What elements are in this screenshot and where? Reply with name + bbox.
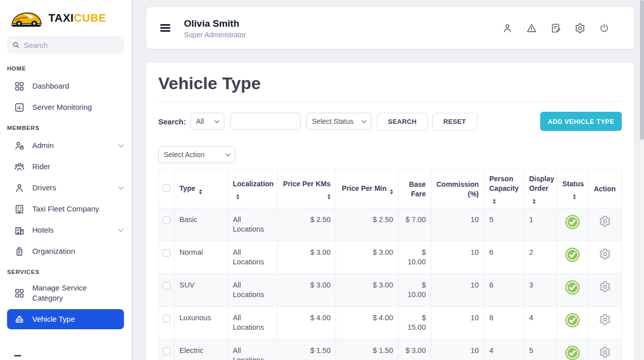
sidebar-item-organization[interactable]: Organization bbox=[0, 241, 131, 262]
cell-price-per-min: $ 1.50 bbox=[336, 339, 399, 360]
brand-logo[interactable]: TAXICUBE bbox=[0, 0, 131, 35]
cell-person-capacity: 5 bbox=[484, 208, 524, 241]
column-header-price-per-kms[interactable]: Price Per KMs bbox=[278, 170, 336, 208]
cell-person-capacity: 6 bbox=[484, 241, 524, 274]
title-divider bbox=[158, 101, 622, 102]
sidebar-search-input[interactable] bbox=[24, 41, 119, 49]
table-row: SUV All Locations $ 3.00 $ 3.00 $ 10.00 … bbox=[159, 274, 622, 307]
cell-type: SUV bbox=[174, 274, 228, 307]
status-active-check-icon[interactable] bbox=[565, 313, 580, 328]
column-header-type[interactable]: Type bbox=[174, 170, 228, 208]
sidebar-item-manage-service-category[interactable]: Manage Service Category bbox=[0, 279, 131, 307]
row-checkbox[interactable] bbox=[163, 347, 170, 355]
row-checkbox[interactable] bbox=[163, 315, 170, 322]
column-header-person-capacity[interactable]: Person Capacity bbox=[484, 170, 524, 208]
organization-building-icon bbox=[14, 246, 25, 257]
sidebar-search[interactable] bbox=[7, 36, 124, 53]
select-all-checkbox[interactable] bbox=[163, 184, 170, 192]
page-scrollbar[interactable] bbox=[640, 0, 644, 360]
column-header-display-order[interactable]: Display Order bbox=[524, 170, 557, 208]
scrollbar-thumb[interactable] bbox=[640, 0, 644, 140]
cell-action bbox=[588, 274, 622, 307]
cell-status bbox=[557, 274, 588, 307]
taxi-icon bbox=[14, 314, 25, 325]
section-label-members: MEMBERS bbox=[0, 118, 131, 135]
hotel-building-icon bbox=[14, 225, 25, 236]
section-label-services: SERVICES bbox=[0, 262, 131, 279]
search-keyword-input[interactable] bbox=[230, 113, 301, 130]
partial-next-item-icon bbox=[14, 355, 21, 356]
cell-localization: All Locations bbox=[228, 274, 278, 307]
filter-by-select[interactable]: All bbox=[190, 113, 224, 130]
cell-base-fare: $ 15.00 bbox=[399, 307, 431, 339]
column-header-status[interactable]: Status bbox=[557, 170, 588, 208]
sidebar-item-dashboard[interactable]: Dashboard bbox=[0, 76, 131, 97]
cell-action bbox=[588, 339, 622, 360]
cell-display-order: 5 bbox=[524, 339, 557, 360]
settings-gear-icon[interactable] bbox=[574, 23, 586, 34]
status-active-check-icon[interactable] bbox=[565, 214, 580, 230]
search-button[interactable]: SEARCH bbox=[377, 113, 428, 130]
cell-price-per-kms: $ 2.50 bbox=[278, 208, 336, 241]
column-header-commission: Commission (%) bbox=[431, 170, 484, 208]
user-name: Olivia Smith bbox=[184, 18, 246, 30]
chevron-down-icon bbox=[118, 184, 123, 189]
top-header: Olivia Smith Super Administrator bbox=[146, 7, 634, 49]
status-filter-select[interactable]: Select Status bbox=[306, 113, 371, 130]
row-settings-gear-icon[interactable] bbox=[599, 313, 611, 326]
table-row: Luxurious All Locations $ 4.00 $ 4.00 $ … bbox=[159, 307, 622, 339]
sidebar-item-server-monitoring[interactable]: Server Monitoring bbox=[0, 97, 131, 118]
sidebar-item-rider[interactable]: Rider bbox=[0, 156, 131, 177]
sidebar-item-admin[interactable]: Admin bbox=[0, 135, 131, 156]
cell-commission: 10 bbox=[431, 274, 484, 307]
row-checkbox[interactable] bbox=[163, 249, 170, 257]
cell-price-per-kms: $ 3.00 bbox=[278, 241, 336, 274]
sidebar: TAXICUBE HOME Dashboard Server Monitorin… bbox=[0, 0, 131, 360]
row-checkbox[interactable] bbox=[163, 217, 170, 224]
cell-commission: 10 bbox=[431, 307, 484, 339]
admin-user-lock-icon bbox=[14, 140, 25, 151]
status-active-check-icon[interactable] bbox=[565, 247, 580, 262]
cell-type: Luxurious bbox=[174, 307, 228, 339]
power-icon[interactable] bbox=[599, 23, 610, 34]
add-vehicle-type-button[interactable]: ADD VEHICLE TYPE bbox=[540, 112, 622, 131]
column-header-localization[interactable]: Localization bbox=[228, 170, 278, 208]
taxi-car-logo-icon bbox=[8, 7, 44, 29]
cell-base-fare: $ 10.00 bbox=[399, 274, 431, 307]
sort-icon bbox=[199, 189, 202, 194]
sort-icon bbox=[236, 194, 239, 199]
sidebar-item-vehicle-type[interactable]: Vehicle Type bbox=[7, 309, 124, 329]
table-row: Normal All Locations $ 3.00 $ 3.00 $ 10.… bbox=[159, 241, 622, 274]
warning-icon[interactable] bbox=[526, 23, 537, 34]
status-active-check-icon[interactable] bbox=[565, 345, 580, 360]
hamburger-menu-icon[interactable] bbox=[160, 24, 170, 31]
row-settings-gear-icon[interactable] bbox=[599, 346, 611, 358]
bulk-action-select[interactable]: Select Action bbox=[158, 146, 235, 163]
status-active-check-icon[interactable] bbox=[565, 280, 580, 295]
sidebar-item-hotels[interactable]: Hotels bbox=[0, 220, 131, 241]
row-settings-gear-icon[interactable] bbox=[599, 248, 611, 260]
cell-action bbox=[588, 307, 622, 339]
user-role: Super Administrator bbox=[184, 31, 246, 39]
cell-price-per-min: $ 4.00 bbox=[336, 307, 399, 339]
table-row: Basic All Locations $ 2.50 $ 2.50 $ 7.00… bbox=[159, 208, 622, 241]
column-header-price-per-min[interactable]: Price Per Min bbox=[336, 170, 399, 208]
table-header-row: Type Localization Price Per KMs Price Pe… bbox=[159, 170, 622, 208]
cell-display-order: 3 bbox=[524, 274, 557, 307]
sidebar-item-drivers[interactable]: Drivers bbox=[0, 177, 131, 198]
cell-price-per-min: $ 3.00 bbox=[336, 241, 399, 274]
row-settings-gear-icon[interactable] bbox=[599, 215, 611, 228]
header-icon-bar bbox=[502, 23, 610, 34]
sidebar-item-taxi-fleet-company[interactable]: Taxi Fleet Company bbox=[0, 198, 131, 220]
sort-icon bbox=[573, 194, 576, 199]
row-checkbox[interactable] bbox=[163, 282, 170, 290]
cell-base-fare: $ 7.00 bbox=[399, 208, 431, 241]
section-label-home: HOME bbox=[0, 58, 131, 76]
cell-person-capacity: 8 bbox=[484, 307, 524, 339]
row-settings-gear-icon[interactable] bbox=[599, 280, 611, 293]
cell-type: Basic bbox=[174, 208, 228, 241]
reset-button[interactable]: RESET bbox=[432, 113, 477, 130]
user-icon[interactable] bbox=[502, 23, 513, 34]
vehicle-type-table: Type Localization Price Per KMs Price Pe… bbox=[158, 170, 622, 360]
report-edit-icon[interactable] bbox=[550, 23, 561, 34]
